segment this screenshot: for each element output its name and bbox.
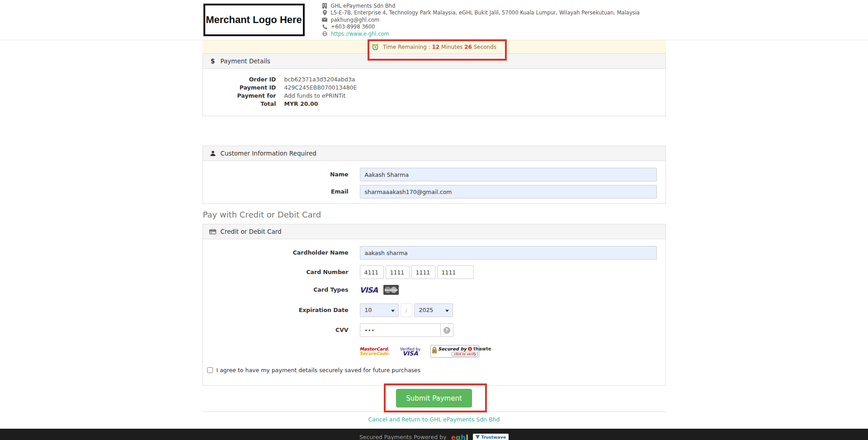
alarm-clock-icon	[372, 43, 379, 51]
eghl-logo: eghl	[451, 434, 468, 440]
expiry-separator: /	[401, 303, 412, 317]
security-badges-row: MasterCard. SecureCode. Verified by VISA…	[203, 345, 665, 358]
trustwave-icon	[476, 435, 480, 439]
cvv-label: CVV	[203, 323, 360, 337]
payment-id-label: Payment ID	[203, 84, 284, 92]
customer-info-header: Customer Information Required	[203, 146, 665, 161]
payment-details-header: $ Payment Details	[203, 54, 665, 69]
company-email-row: pakhung@ghl.com	[322, 16, 640, 24]
thawte-secured-badge[interactable]: Secured by t thawte click to verify	[430, 345, 479, 358]
merchant-logo-text: Merchant Logo Here	[206, 14, 302, 26]
timer-seconds-label: Seconds	[474, 44, 496, 50]
card-number-label: Card Number	[203, 265, 360, 279]
company-phone: +603-8998 3600	[331, 24, 375, 30]
card-types-row: Card Types VISA MasterCard	[203, 284, 665, 295]
name-label: Name	[203, 168, 360, 181]
email-label: Email	[203, 185, 360, 199]
phone-icon	[322, 24, 328, 29]
page-header: Merchant Logo Here GHL ePayments Sdn Bhd…	[0, 0, 868, 40]
chevron-down-icon	[391, 310, 395, 312]
chevron-down-icon	[445, 310, 449, 312]
payment-id-value: 429C245EBB070013480E	[284, 84, 357, 92]
payment-details-panel: $ Payment Details Order ID bcb62371a3d32…	[203, 53, 666, 116]
name-row: Name	[203, 168, 665, 181]
cvv-input[interactable]	[360, 323, 440, 337]
timer-minutes-label: Minutes	[441, 44, 462, 50]
card-number-input-1[interactable]	[360, 265, 384, 279]
company-name-row: GHL ePayments Sdn Bhd	[322, 2, 640, 9]
time-remaining-text: Time Remaining : 12 Minutes 26 Seconds	[383, 44, 496, 50]
verified-by-visa-badge: Verified by VISA	[400, 347, 420, 355]
expiry-month-value: 10	[365, 307, 372, 313]
main-content: Time Remaining : 12 Minutes 26 Seconds $…	[203, 40, 666, 423]
total-label: Total	[203, 100, 284, 108]
time-remaining-banner: Time Remaining : 12 Minutes 26 Seconds	[203, 40, 666, 53]
company-address-row: L5-E-7B, Enterprise 4, Technology Park M…	[322, 9, 640, 17]
timer-seconds: 26	[464, 44, 472, 50]
card-panel-header: Credit or Debit Card	[203, 224, 665, 239]
cardholder-row: Cardholder Name	[203, 246, 665, 260]
pay-with-card-heading: Pay with Credit or Debit Card	[203, 210, 666, 219]
payment-for-value: Add funds to ePRINTit	[284, 92, 346, 100]
card-number-input-2[interactable]	[386, 265, 410, 279]
cvv-row: CVV ?	[203, 323, 665, 337]
card-number-input-4[interactable]	[437, 265, 474, 279]
payment-id-row: Payment ID 429C245EBB070013480E	[203, 84, 665, 92]
order-id-value: bcb62371a3d3204abd3a	[284, 76, 355, 84]
card-number-row: Card Number	[203, 265, 665, 279]
submit-area: Submit Payment	[203, 386, 666, 412]
save-details-label: I agree to have my payment details secur…	[217, 367, 421, 374]
company-website-link[interactable]: https://www.e-ghl.com	[331, 31, 389, 37]
user-icon	[209, 151, 217, 156]
thawte-logo-icon: t	[468, 347, 472, 351]
cardholder-label: Cardholder Name	[203, 246, 360, 260]
company-name: GHL ePayments Sdn Bhd	[331, 3, 396, 9]
credit-card-icon	[209, 229, 217, 234]
globe-icon	[322, 31, 328, 37]
submit-payment-button[interactable]: Submit Payment	[396, 389, 472, 407]
expiry-year-value: 2025	[419, 307, 434, 313]
timer-label: Time Remaining :	[383, 44, 430, 50]
mastercard-logo-icon: MasterCard	[383, 285, 399, 295]
payment-details-title: Payment Details	[221, 57, 270, 65]
expiration-label: Expiration Date	[203, 303, 360, 317]
save-details-row: I agree to have my payment details secur…	[203, 367, 665, 374]
timer-minutes: 12	[432, 44, 440, 50]
total-value: MYR 20.00	[284, 100, 318, 108]
order-id-label: Order ID	[203, 76, 284, 84]
save-details-checkbox[interactable]	[207, 367, 213, 373]
padlock-icon	[432, 347, 437, 354]
cvv-help-addon[interactable]: ?	[440, 323, 453, 337]
cancel-return-link[interactable]: Cancel and Return to GHL ePayments Sdn B…	[368, 416, 500, 423]
merchant-info: GHL ePayments Sdn Bhd L5-E-7B, Enterpris…	[322, 2, 640, 38]
expiry-month-select[interactable]: 10	[360, 303, 399, 317]
click-to-verify-label: click to verify	[452, 352, 478, 356]
company-email: pakhung@ghl.com	[331, 17, 380, 23]
name-input[interactable]	[360, 168, 657, 181]
envelope-icon	[322, 17, 328, 23]
expiry-year-select[interactable]: 2025	[414, 303, 453, 317]
customer-info-title: Customer Information Required	[221, 150, 316, 157]
visa-logo-icon: VISA	[360, 286, 378, 294]
payment-for-row: Payment for Add funds to ePRINTit	[203, 92, 665, 100]
total-row: Total MYR 20.00	[203, 100, 665, 108]
page-footer: Secured Payments Powered by eghl Trustwa…	[0, 429, 868, 440]
card-panel-title: Credit or Debit Card	[221, 228, 282, 235]
email-input[interactable]	[360, 185, 657, 199]
email-row: Email	[203, 185, 665, 199]
company-website-row: https://www.e-ghl.com	[322, 30, 640, 38]
mastercard-securecode-badge: MasterCard. SecureCode.	[360, 347, 390, 356]
cardholder-input[interactable]	[360, 246, 657, 260]
expiration-row: Expiration Date 10 / 2025	[203, 303, 665, 317]
building-icon	[322, 3, 328, 9]
company-address: L5-E-7B, Enterprise 4, Technology Park M…	[331, 9, 640, 16]
question-icon: ?	[443, 327, 450, 334]
cancel-row: Cancel and Return to GHL ePayments Sdn B…	[203, 415, 666, 423]
powered-by-text: Secured Payments Powered by	[359, 434, 447, 440]
card-types-label: Card Types	[203, 284, 360, 295]
customer-info-panel: Customer Information Required Name Email	[203, 146, 666, 204]
order-id-row: Order ID bcb62371a3d3204abd3a	[203, 76, 665, 84]
dollar-icon: $	[209, 57, 217, 65]
trustwave-badge: Trustwave	[473, 434, 509, 440]
card-number-input-3[interactable]	[411, 265, 435, 279]
